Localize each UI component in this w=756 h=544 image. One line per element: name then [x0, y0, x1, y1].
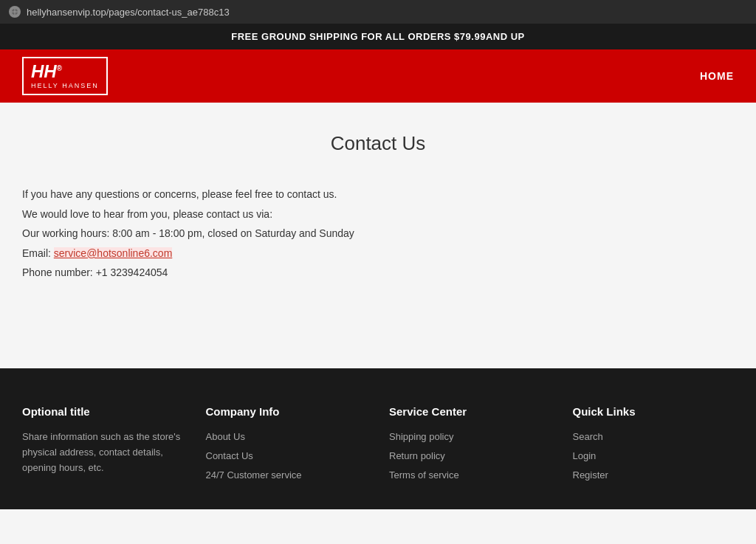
company-link-about[interactable]: About Us	[206, 431, 245, 442]
service-link-return[interactable]: Return policy	[389, 450, 445, 461]
footer-company-links: About Us Contact Us 24/7 Customer servic…	[206, 430, 368, 481]
footer-optional-description: Share information such as the store's ph…	[22, 430, 184, 475]
footer-company-title: Company Info	[206, 405, 368, 418]
header: HH® HELLY HANSEN HOME	[0, 49, 756, 103]
list-item: Login	[573, 449, 735, 462]
contact-email-line: Email: service@hotsonline6.com	[22, 244, 734, 264]
footer-optional: Optional title Share information such as…	[22, 405, 184, 487]
browser-bar: hellyhansenvip.top/pages/contact-us_ae78…	[0, 0, 756, 24]
phone-number: +1 3239424054	[96, 266, 168, 278]
email-link[interactable]: service@hotsonline6.com	[54, 247, 173, 259]
list-item: 24/7 Customer service	[206, 468, 368, 481]
browser-url: hellyhansenvip.top/pages/contact-us_ae78…	[27, 7, 230, 18]
footer-company-info: Company Info About Us Contact Us 24/7 Cu…	[206, 405, 368, 487]
footer-service-title: Service Center	[389, 405, 551, 418]
main-content: Contact Us If you have any questions or …	[0, 103, 756, 368]
quick-link-register[interactable]: Register	[573, 469, 608, 481]
logo-brand: HELLY HANSEN	[31, 82, 99, 89]
footer: Optional title Share information such as…	[0, 368, 756, 509]
list-item: About Us	[206, 430, 368, 443]
footer-optional-title: Optional title	[22, 405, 184, 418]
list-item: Register	[573, 468, 735, 481]
footer-service-center: Service Center Shipping policy Return po…	[389, 405, 551, 487]
logo-container: HH® HELLY HANSEN	[22, 57, 108, 95]
list-item: Search	[573, 430, 735, 443]
nav-home-link[interactable]: HOME	[700, 70, 734, 82]
contact-line1: If you have any questions or concerns, p…	[22, 185, 734, 204]
contact-line3: Our working hours: 8:00 am - 18:00 pm, c…	[22, 224, 734, 244]
service-link-shipping[interactable]: Shipping policy	[389, 431, 453, 442]
main-nav: HOME	[700, 69, 734, 83]
announcement-text: FREE GROUND SHIPPING FOR ALL ORDERS $79.…	[231, 31, 524, 42]
company-link-contact[interactable]: Contact Us	[206, 450, 253, 461]
logo-initials: HH®	[31, 63, 99, 80]
contact-body: If you have any questions or concerns, p…	[22, 185, 734, 283]
service-link-terms[interactable]: Terms of service	[389, 469, 459, 481]
email-label: Email:	[22, 247, 54, 259]
quick-link-search[interactable]: Search	[573, 431, 603, 442]
logo-box: HH® HELLY HANSEN	[22, 57, 108, 95]
page-title: Contact Us	[22, 132, 734, 155]
footer-service-links: Shipping policy Return policy Terms of s…	[389, 430, 551, 481]
list-item: Return policy	[389, 449, 551, 462]
list-item: Contact Us	[206, 449, 368, 462]
footer-grid: Optional title Share information such as…	[22, 405, 734, 487]
footer-quick-links: Quick Links Search Login Register	[573, 405, 735, 487]
contact-line2: We would love to hear from you, please c…	[22, 204, 734, 224]
announcement-bar: FREE GROUND SHIPPING FOR ALL ORDERS $79.…	[0, 24, 756, 49]
browser-icon	[9, 6, 21, 18]
footer-quick-links-list: Search Login Register	[573, 430, 735, 481]
list-item: Terms of service	[389, 468, 551, 481]
footer-quick-title: Quick Links	[573, 405, 735, 418]
quick-link-login[interactable]: Login	[573, 450, 597, 461]
contact-phone-line: Phone number: +1 3239424054	[22, 263, 734, 283]
phone-label: Phone number:	[22, 266, 96, 278]
list-item: Shipping policy	[389, 430, 551, 443]
company-link-customer[interactable]: 24/7 Customer service	[206, 469, 302, 481]
